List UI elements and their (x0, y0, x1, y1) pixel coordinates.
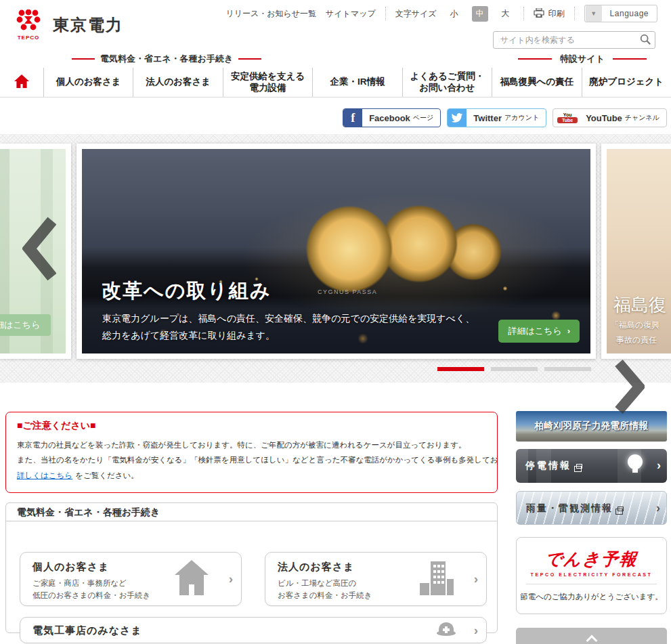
youtube-icon: You Tube (557, 112, 578, 123)
carousel-next-button[interactable] (615, 360, 645, 414)
font-size-label: 文字サイズ (395, 8, 437, 20)
main-nav: 個人のお客さま 法人のお客さま 安定供給を支える 電力設備 企業・IR情報 よく… (0, 68, 671, 98)
light-bulb-icon (628, 454, 643, 469)
notice-paragraph-1: 東京電力の社員などを装った詐欺・窃盗が発生しております。特に、ご年配の方が被害に… (17, 437, 486, 452)
language-label: Language (602, 9, 657, 18)
hero-title: 改革への取り組み (102, 278, 272, 305)
search-button[interactable] (638, 33, 653, 47)
hero-image-lng-tanker: CYGNUS PASSA 改革への取り組み 東京電力グループは、福島への責任、安… (82, 149, 590, 353)
carousel-slide-next: 福島復 「福島の復興 事故の責任 (601, 144, 671, 359)
logo-tepco-text: TEPCO (11, 35, 46, 41)
search-icon (639, 37, 651, 47)
chevron-right-icon (474, 623, 478, 638)
print-label: 印刷 (548, 8, 565, 20)
carousel-prev-button[interactable] (22, 217, 56, 281)
hero-description: 東京電力グループは、福島への責任、安全確保、競争の元での安定供給を実現すべく、 … (102, 310, 475, 343)
sidebar: 柏崎刈羽原子力発電所情報 停電情報 雨量・雷観測情報 でんき予報 TEPCO E… (516, 411, 667, 644)
facebook-icon: f (343, 108, 362, 127)
logo-title: 東京電力 (53, 14, 123, 36)
search-input[interactable] (493, 31, 655, 49)
tepco-logo-icon (14, 22, 43, 33)
printer-icon (534, 8, 544, 20)
nav-item-facilities[interactable]: 安定供給を支える 電力設備 (223, 68, 312, 97)
carousel-dot-1[interactable] (437, 367, 484, 371)
hero-detail-button[interactable]: 詳細はこちら (498, 320, 580, 343)
twitter-button[interactable]: Twitter アカウント (447, 108, 546, 127)
energy-saving-message: 節電へのご協力ありがとうございます。 (517, 592, 666, 602)
back-to-top-button[interactable] (516, 628, 667, 644)
notice-paragraph-2: また、当社の名をかたり「電気料金が安くなる」「検針票を用意してほしい」などと言っ… (17, 452, 486, 467)
hero-carousel: 詳細はこちら CYGNUS PASSA 改革への取り組み 東京電力グループは、福… (0, 134, 671, 383)
building-icon (417, 560, 456, 598)
font-size-medium-button[interactable]: 中 (472, 6, 488, 22)
electricity-forecast-card[interactable]: でんき予報 TEPCO ELECTRICITY FORECAST 節電へのご協力… (516, 537, 667, 614)
site-search (493, 31, 655, 49)
notice-heading: ■ご注意ください■ (17, 420, 486, 432)
services-panel: 電気料金・省エネ・各種お手続き 個人のお客さま ご家庭・商店・事務所など 低圧の… (5, 502, 498, 633)
release-list-link[interactable]: リリース・お知らせ一覧 (225, 8, 316, 20)
print-button[interactable]: 印刷 (534, 8, 565, 20)
power-outage-info-banner[interactable]: 停電情報 (516, 449, 667, 483)
language-select[interactable]: ▼ Language (584, 5, 657, 22)
notice-link-line: 詳しくはこちらをご覧ください。 (17, 468, 486, 483)
font-size-large-button[interactable]: 大 (498, 6, 514, 22)
chevron-right-icon (474, 572, 478, 586)
external-link-icon (618, 507, 624, 511)
font-size-small-button[interactable]: 小 (446, 6, 462, 22)
house-icon (172, 560, 211, 598)
next-slide-line2: 事故の責任 (616, 335, 657, 346)
denki-yoho-subtitle: TEPCO ELECTRICITY FORECAST (517, 572, 666, 577)
corporate-customers-card[interactable]: 法人のお客さま ビル・工場など高圧の お客さまの料金・お手続き (265, 552, 487, 606)
nav-item-fukushima[interactable]: 福島復興への責任 (492, 68, 581, 97)
kashiwazaki-kariwa-banner[interactable]: 柏崎刈羽原子力発電所情報 (516, 411, 667, 442)
next-slide-line1: 「福島の復興 (611, 320, 659, 331)
personal-customers-card[interactable]: 個人のお客さま ご家庭・商店・事務所など 低圧のお客さまの料金・お手続き (20, 552, 242, 606)
nav-item-personal[interactable]: 個人のお客さま (43, 68, 133, 97)
electrical-contractors-card[interactable]: 電気工事店のみなさま (20, 617, 487, 643)
carousel-slide-current: CYGNUS PASSA 改革への取り組み 東京電力グループは、福島への責任、安… (77, 144, 596, 359)
tagline-services: 電気料金・省エネ・各種お手続き (66, 53, 267, 65)
nav-item-faq[interactable]: よくあるご質問・ お問い合わせ (402, 68, 492, 97)
nav-item-decommissioning[interactable]: 廃炉プロジェクト (582, 68, 671, 97)
home-icon (14, 74, 30, 91)
tepco-logo[interactable]: TEPCO 東京電力 (11, 9, 123, 41)
sitemap-link[interactable]: サイトマップ (326, 8, 376, 20)
carousel-pagination (437, 367, 591, 371)
nav-home-button[interactable] (0, 68, 43, 97)
ship-hull-text: CYGNUS PASSA (318, 288, 377, 295)
chevron-right-icon (656, 501, 660, 515)
twitter-icon (448, 108, 467, 127)
social-buttons: f Facebook ページ Twitter アカウント You Tube Yo… (343, 108, 667, 127)
previous-slide-detail-button[interactable]: 詳細はこちら (0, 314, 51, 336)
carousel-dot-2[interactable] (491, 367, 538, 371)
helmet-icon (436, 621, 456, 640)
nav-item-corporate[interactable]: 法人のお客さま (133, 68, 222, 97)
chevron-right-icon (229, 572, 233, 586)
caution-notice-box: ■ご注意ください■ 東京電力の社員などを装った詐欺・窃盗が発生しております。特に… (5, 412, 498, 493)
chevron-down-icon: ▼ (586, 5, 602, 22)
chevron-right-icon (657, 458, 661, 473)
denki-yoho-logo: でんき予報 (515, 548, 667, 570)
tagline-special-sites: 特設サイト (510, 53, 655, 65)
next-slide-title: 福島復 (613, 293, 666, 317)
chevron-up-icon (586, 635, 597, 644)
nav-item-ir[interactable]: 企業・IR情報 (312, 68, 402, 97)
rainfall-lightning-banner[interactable]: 雨量・雷観測情報 (516, 491, 667, 525)
facebook-button[interactable]: f Facebook ページ (343, 108, 441, 127)
page: リリース・お知らせ一覧 サイトマップ 文字サイズ 小 中 大 印刷 ▼ Lang… (0, 0, 671, 644)
carousel-dot-3[interactable] (544, 367, 591, 371)
external-link-icon (576, 464, 582, 469)
services-panel-title: 電気料金・省エネ・各種お手続き (6, 503, 497, 521)
youtube-button[interactable]: You Tube YouTube チャンネル (553, 108, 667, 127)
notice-details-link[interactable]: 詳しくはこちら (17, 471, 72, 479)
